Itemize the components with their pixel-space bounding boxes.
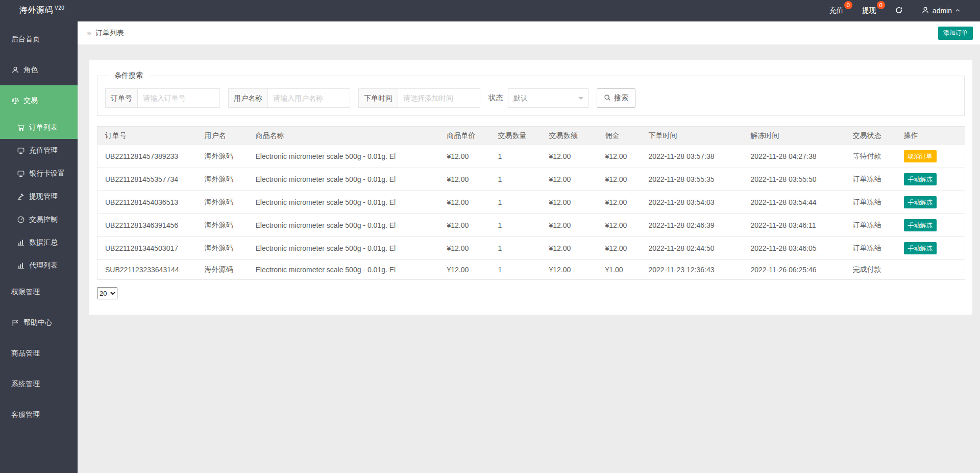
cell-username: 海外源码 (200, 214, 251, 237)
cell-order-no: UB2211281455357734 (97, 168, 200, 191)
cell-quantity: 1 (493, 214, 544, 237)
cell-status: 完成付款 (848, 260, 899, 280)
column-header: 交易状态 (848, 127, 899, 146)
cell-unfreeze-time: 2022-11-28 03:54:44 (746, 191, 848, 214)
sidebar-item-label: 交易 (23, 96, 38, 105)
column-header: 交易数额 (544, 127, 600, 146)
chart-icon (17, 239, 25, 247)
user-icon (11, 66, 19, 74)
cell-product-name: Electronic micrometer scale 500g - 0.01g… (251, 191, 442, 214)
sidebar-item-permissions[interactable]: 权限管理 (0, 277, 78, 308)
cell-product-name: Electronic micrometer scale 500g - 0.01g… (251, 168, 442, 191)
recharge-badge: 0 (844, 1, 852, 9)
sidebar-item-product-management[interactable]: 商品管理 (0, 338, 78, 369)
status-field-group: 状态 默认 (488, 88, 589, 108)
cell-unfreeze-time: 2022-11-26 06:25:46 (746, 260, 848, 280)
cell-product-name: Electronic micrometer scale 500g - 0.01g… (251, 260, 442, 280)
cell-amount: ¥12.00 (544, 145, 600, 168)
manual-unfreeze-button[interactable]: 手动解冻 (904, 242, 937, 254)
cell-action: 手动解冻 (899, 214, 965, 237)
hammer-icon (17, 193, 25, 201)
cell-order-time: 2022-11-23 12:36:43 (644, 260, 746, 280)
table-row: UB2211281344503017海外源码Electronic microme… (97, 237, 965, 260)
cell-action: 取消订单 (899, 145, 965, 168)
board-icon (17, 147, 25, 155)
cell-order-time: 2022-11-28 03:55:35 (644, 168, 746, 191)
recharge-button[interactable]: 充值 0 (820, 0, 853, 21)
sidebar-item-label: 角色 (23, 65, 38, 75)
table-row: UB2211281454036513海外源码Electronic microme… (97, 191, 965, 214)
topbar-right: 充值 0 提现 0 admin (820, 0, 980, 21)
cell-commission: ¥12.00 (600, 191, 644, 214)
order-time-field-label: 下单时间 (358, 88, 398, 108)
cell-username: 海外源码 (200, 145, 251, 168)
sidebar-item-label: 客服管理 (11, 410, 40, 419)
cell-unit-price: ¥12.00 (442, 191, 493, 214)
search-button[interactable]: 搜索 (597, 88, 635, 108)
sidebar-item-data-summary[interactable]: 数据汇总 (0, 231, 78, 254)
column-header: 订单号 (97, 127, 200, 146)
topbar: 海外源码V20 充值 0 提现 0 admin (0, 0, 980, 21)
orders-table-header-row: 订单号用户名商品名称商品单价交易数量交易数额佣金下单时间解冻时间交易状态操作 (97, 127, 965, 146)
sidebar-item-home[interactable]: 后台首页 (0, 24, 78, 55)
orders-table: 订单号用户名商品名称商品单价交易数量交易数额佣金下单时间解冻时间交易状态操作 U… (97, 126, 965, 280)
user-icon (921, 6, 929, 16)
cell-order-no: UB2211281346391456 (97, 214, 200, 237)
order-time-input[interactable] (398, 88, 480, 108)
cell-unit-price: ¥12.00 (442, 214, 493, 237)
cell-unit-price: ¥12.00 (442, 168, 493, 191)
withdraw-button[interactable]: 提现 0 (853, 0, 886, 21)
sidebar-item-transaction-control[interactable]: 交易控制 (0, 208, 78, 231)
user-menu[interactable]: admin (912, 0, 970, 21)
cell-unfreeze-time: 2022-11-28 04:27:38 (746, 145, 848, 168)
cell-amount: ¥12.00 (544, 191, 600, 214)
manual-unfreeze-button[interactable]: 手动解冻 (904, 196, 937, 208)
sidebar-item-order-list[interactable]: 订单列表 (0, 116, 78, 139)
cell-order-time: 2022-11-28 02:46:39 (644, 214, 746, 237)
sidebar-item-label: 交易控制 (29, 215, 58, 224)
cell-unfreeze-time: 2022-11-28 03:46:11 (746, 214, 848, 237)
sidebar-item-withdraw-management[interactable]: 提现管理 (0, 185, 78, 208)
sidebar-item-bank-card-settings[interactable]: 银行卡设置 (0, 162, 78, 185)
refresh-icon (895, 6, 903, 16)
manual-unfreeze-button[interactable]: 手动解冻 (904, 173, 937, 185)
cell-commission: ¥12.00 (600, 214, 644, 237)
status-select[interactable]: 默认 (508, 88, 589, 108)
username-field-group: 用户名称 (228, 88, 350, 108)
search-panel: 条件搜索 订单号 用户名称 下单时间 状态 默认 (97, 71, 965, 116)
cell-order-time: 2022-11-28 02:44:50 (644, 237, 746, 260)
order-no-field-group: 订单号 (105, 88, 220, 108)
cell-product-name: Electronic micrometer scale 500g - 0.01g… (251, 214, 442, 237)
sidebar-item-system-management[interactable]: 系统管理 (0, 369, 78, 399)
cell-order-time: 2022-11-28 03:57:38 (644, 145, 746, 168)
cell-action: 手动解冻 (899, 168, 965, 191)
cell-unfreeze-time: 2022-11-28 03:55:50 (746, 168, 848, 191)
cancel-order-button[interactable]: 取消订单 (904, 150, 937, 162)
cell-username: 海外源码 (200, 168, 251, 191)
sidebar-item-customer-service[interactable]: 客服管理 (0, 399, 78, 430)
sidebar-item-roles[interactable]: 角色 (0, 55, 78, 85)
sidebar-item-help-center[interactable]: 帮助中心 (0, 308, 78, 338)
search-row: 订单号 用户名称 下单时间 状态 默认 (105, 88, 957, 108)
cell-quantity: 1 (493, 191, 544, 214)
cell-unit-price: ¥12.00 (442, 145, 493, 168)
sidebar-item-transactions[interactable]: 交易 (0, 85, 78, 116)
pagination: 20 (97, 287, 965, 299)
sidebar-item-agent-list[interactable]: 代理列表 (0, 254, 78, 277)
sidebar-item-recharge-management[interactable]: 充值管理 (0, 139, 78, 162)
cell-commission: ¥12.00 (600, 145, 644, 168)
content-card: 条件搜索 订单号 用户名称 下单时间 状态 默认 (89, 60, 972, 315)
username-input[interactable] (267, 88, 350, 108)
table-row: UB2211281346391456海外源码Electronic microme… (97, 214, 965, 237)
refresh-button[interactable] (886, 0, 912, 21)
cell-amount: ¥12.00 (544, 260, 600, 280)
cell-product-name: Electronic micrometer scale 500g - 0.01g… (251, 145, 442, 168)
order-no-input[interactable] (137, 88, 220, 108)
chevron-down-icon (578, 97, 583, 102)
cell-amount: ¥12.00 (544, 237, 600, 260)
version-badge: V20 (55, 5, 64, 11)
page-size-select[interactable]: 20 (97, 287, 117, 299)
manual-unfreeze-button[interactable]: 手动解冻 (904, 219, 937, 231)
add-order-button[interactable]: 添加订单 (938, 27, 973, 40)
sidebar-item-label: 订单列表 (29, 123, 58, 132)
